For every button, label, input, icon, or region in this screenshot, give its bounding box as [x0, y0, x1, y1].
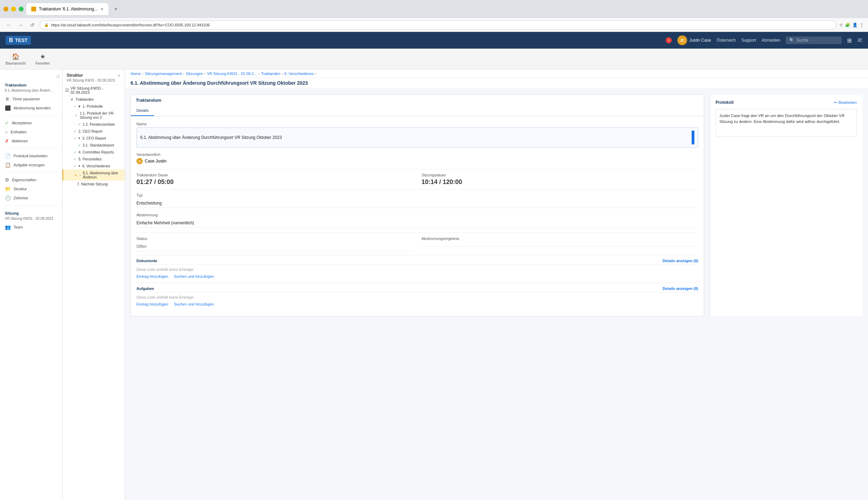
bookmark-icon[interactable]: ☆	[839, 23, 843, 27]
dokumente-search-link[interactable]: Suchen und hinzufügen	[174, 274, 214, 278]
sidebar-item-zeitreise[interactable]: 🕐 Zeitreise	[0, 193, 62, 202]
sidebar-item-timer-pausieren[interactable]: ⏸ Timer pausieren	[0, 94, 62, 103]
name-value: 6.1. Abstimmung über Änderung Durchführu…	[140, 135, 692, 140]
abstimmungsergebnis-col: Abstimmungsergebnis	[422, 236, 698, 251]
breadcrumb-sitzungsmanagement[interactable]: Sitzungsmanagement	[145, 72, 182, 76]
tree-item-naechste-sitzung[interactable]: 7. Nächste Sitzung	[62, 181, 125, 188]
sidebar-item-aufgabe-erzeugen[interactable]: 📋 Aufgabe erzeugen	[0, 160, 62, 169]
tree-sitzung-label: VR Sitzung KW31 - 02.08.2023	[70, 86, 122, 94]
status-col: Status Offen	[136, 236, 413, 251]
menu-icon[interactable]: ⋮	[860, 23, 864, 27]
sidebar-item-team[interactable]: 👥 Team	[0, 223, 62, 232]
name-label: Name	[136, 122, 698, 126]
traffic-light-red[interactable]	[3, 7, 8, 11]
profile-icon[interactable]: 👤	[852, 23, 858, 27]
nav-reload-btn[interactable]: ↺	[28, 20, 37, 30]
tree-item-traktanden[interactable]: ≡ Traktanden	[62, 96, 125, 103]
abstimmungsergebnis-label: Abstimmungsergebnis	[422, 236, 698, 241]
aufgaben-add-link[interactable]: Eintrag hinzufügen	[136, 302, 168, 306]
aufgaben-heading: Aufgaben Details anzeigen (0)	[136, 286, 698, 292]
breadcrumb-sep-4: •	[258, 72, 260, 76]
toolbar-favoriten-label: Favoriten	[35, 61, 50, 65]
country-link[interactable]: Österreich	[717, 38, 736, 43]
sidebar-item-enthalten[interactable]: ○ Enthalten	[0, 127, 62, 136]
check-icon-cfo: ✓	[74, 136, 76, 140]
sidebar-enthalten-label: Enthalten	[10, 130, 26, 134]
sidebar-item-ablehnen[interactable]: ✗ Ablehnen	[0, 136, 62, 145]
sidebar-item-eigenschaften[interactable]: ⚙ Eigenschaften	[0, 175, 62, 184]
divider-4	[136, 255, 698, 255]
name-field-container: Name 6.1. Abstimmung über Änderung Durch…	[136, 122, 698, 148]
page-title: 6.1. Abstimmung über Änderung Durchführu…	[125, 78, 868, 89]
arrow-protokolle: ▾	[78, 104, 81, 108]
search-input[interactable]	[796, 38, 838, 43]
status-label: Status	[136, 236, 413, 241]
notification-badge[interactable]: 1	[666, 37, 672, 43]
checkbox-icon: ☑	[65, 88, 69, 93]
dokumente-heading: Dokumente Details anzeigen (0)	[136, 259, 698, 265]
abstimmung-value: Einfache Mehrheit (namentlich)	[136, 218, 698, 228]
nav-back-btn[interactable]: ←	[4, 20, 13, 30]
arrow-abst: -	[80, 173, 81, 177]
aufgaben-details-link[interactable]: Details anzeigen (0)	[662, 286, 698, 291]
extensions-icon[interactable]: 🧩	[845, 23, 850, 27]
traktandum-card: Traktandum Details Name 6.1. Abstimmung …	[131, 94, 704, 316]
aufgaben-search-link[interactable]: Suchen und hinzufügen	[174, 302, 214, 306]
protokoll-edit-btn[interactable]: ✏ Bearbeiten	[834, 100, 857, 105]
tree-item-sitzung[interactable]: ☑ VR Sitzung KW31 - 02.08.2023	[62, 85, 125, 96]
traktandum-main: Traktandum Details Name 6.1. Abstimmung …	[125, 89, 868, 500]
folder-icon: 📁	[5, 186, 11, 192]
new-tab-btn[interactable]: +	[111, 4, 121, 14]
support-link[interactable]: Support	[741, 38, 756, 43]
dokumente-details-link[interactable]: Details anzeigen (0)	[662, 259, 698, 263]
sidebar-item-protokoll-bearbeiten[interactable]: 📄 Protokoll bearbeiten	[0, 151, 62, 160]
traffic-light-green[interactable]	[19, 7, 24, 11]
tab-details[interactable]: Details	[131, 106, 154, 116]
aufgaben-section: Aufgaben Details anzeigen (0) Diese List…	[136, 286, 698, 306]
tree-item-pendenzenliste[interactable]: ✓ 1.2. Pendenzenliste	[62, 121, 125, 128]
tree-item-ceo-report[interactable]: ✓ 2. CEO Report	[62, 128, 125, 135]
breadcrumb-home[interactable]: Home	[131, 72, 141, 76]
check-icon-versch: ✓	[74, 164, 76, 168]
tree-item-standardreport[interactable]: ✓ 3.1. Standardreport	[62, 142, 125, 149]
protokoll-header: Protokoll ✏ Bearbeiten	[716, 100, 857, 105]
dokumente-actions: Eintrag hinzufügen Suchen und hinzufügen	[136, 274, 698, 278]
breadcrumb-6-verschiedenes[interactable]: 6. Verschiedenes	[284, 72, 314, 76]
address-bar[interactable]: 🔒 https://at.cloud.fabasoft.com/folio/fs…	[40, 20, 836, 30]
grid-icon[interactable]: ⊞	[847, 37, 852, 44]
collapse-sidebar-btn[interactable]: ◁	[56, 74, 59, 79]
sidebar-item-struktur[interactable]: 📁 Struktur	[0, 184, 62, 193]
tab-close-btn[interactable]: ✕	[100, 7, 103, 11]
header-right: 1 JC Justin Case Österreich Support Abme…	[666, 35, 862, 45]
breadcrumb-vr-sitzung[interactable]: VR Sitzung KW31 - 02.08.2...	[207, 72, 257, 76]
search-box[interactable]: 🔍	[786, 36, 842, 44]
sidebar-struktur-label: Struktur	[14, 187, 27, 191]
traffic-light-yellow[interactable]	[11, 7, 16, 11]
sidebar-item-akzeptieren[interactable]: ✓ Akzeptieren	[0, 118, 62, 127]
tree-item-cfo-report[interactable]: ✓ ▾ 3. CFO Report	[62, 135, 125, 142]
toolbar-favoriten[interactable]: ★ Favoriten	[34, 53, 51, 65]
name-field-handle[interactable]	[692, 131, 694, 144]
breadcrumb-traktanden[interactable]: Traktanden	[261, 72, 280, 76]
sidebar-item-abstimmung-beenden[interactable]: ⬛ Abstimmung beenden	[0, 103, 62, 112]
nav-forward-btn[interactable]: →	[16, 20, 25, 30]
header-avatar[interactable]: JC	[857, 38, 862, 43]
tree-item-protokolle[interactable]: ✓ ▾ 1. Protokolle	[62, 103, 125, 110]
tree-abstimmung-label: 6.1. Abstimmung über Änderun	[83, 171, 122, 179]
tree-item-personelles[interactable]: ✓ 5. Personelles	[62, 156, 125, 162]
breadcrumb-sep-2: •	[183, 72, 185, 76]
tree-item-verschiedenes[interactable]: ✓ ▾ 6. Verschiedenes	[62, 162, 125, 169]
logout-link[interactable]: Abmelden	[761, 38, 780, 43]
tree-item-protokoll-vr[interactable]: ✓ 1.1. Protokoll der VR-Sitzung von 2	[62, 110, 125, 121]
tree-item-abstimmung-active[interactable]: ● - 6.1. Abstimmung über Änderun	[62, 169, 125, 181]
breadcrumb-sitzungen[interactable]: Sitzungen	[186, 72, 203, 76]
doc-icon: 📄	[5, 153, 11, 159]
toolbar-baumansicht[interactable]: 🏠 Baumansicht	[6, 53, 26, 65]
tab-title: Traktandum '6.1. Abstimmung...	[39, 7, 98, 11]
breadcrumb-sep-1: •	[142, 72, 143, 76]
tree-item-committee-reports[interactable]: ✓ 4. Committee Reports	[62, 149, 125, 156]
dokumente-add-link[interactable]: Eintrag hinzufügen	[136, 274, 168, 278]
browser-tab[interactable]: Traktandum '6.1. Abstimmung... ✕	[26, 3, 108, 15]
sidebar-sitzung-title: Sitzung	[0, 208, 62, 217]
structure-close-btn[interactable]: ×	[118, 73, 120, 78]
